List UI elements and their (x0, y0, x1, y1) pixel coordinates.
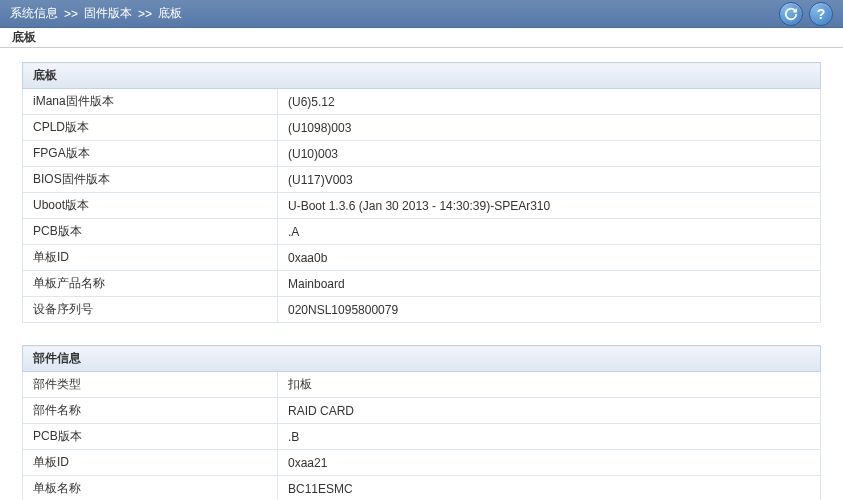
table-row: 单板ID 0xaa0b (23, 245, 821, 271)
breadcrumb: 系统信息 >> 固件版本 >> 底板 (10, 5, 182, 22)
table-row: 单板ID 0xaa21 (23, 450, 821, 476)
table-row: 部件类型 扣板 (23, 372, 821, 398)
breadcrumb-item-firmware[interactable]: 固件版本 (84, 5, 132, 22)
tab-baseboard[interactable]: 底板 (12, 29, 36, 46)
table-row: 部件名称 RAID CARD (23, 398, 821, 424)
table-row: BIOS固件版本 (U117)V003 (23, 167, 821, 193)
row-value: U-Boot 1.3.6 (Jan 30 2013 - 14:30:39)-SP… (278, 193, 821, 219)
row-value: 0xaa0b (278, 245, 821, 271)
breadcrumb-separator: >> (64, 7, 78, 21)
table-row: FPGA版本 (U10)003 (23, 141, 821, 167)
table-row: PCB版本 .A (23, 219, 821, 245)
row-label: 部件类型 (23, 372, 278, 398)
row-label: 部件名称 (23, 398, 278, 424)
row-value: .A (278, 219, 821, 245)
row-value: (U6)5.12 (278, 89, 821, 115)
content-area: 底板 iMana固件版本 (U6)5.12 CPLD版本 (U1098)003 … (0, 48, 843, 500)
table-row: 单板产品名称 Mainboard (23, 271, 821, 297)
row-value: 扣板 (278, 372, 821, 398)
baseboard-table: 底板 iMana固件版本 (U6)5.12 CPLD版本 (U1098)003 … (22, 62, 821, 323)
table-row: 单板名称 BC11ESMC (23, 476, 821, 501)
help-button[interactable]: ? (809, 2, 833, 26)
refresh-button[interactable] (779, 2, 803, 26)
row-label: CPLD版本 (23, 115, 278, 141)
table-row: CPLD版本 (U1098)003 (23, 115, 821, 141)
row-value: 020NSL1095800079 (278, 297, 821, 323)
row-label: 单板ID (23, 245, 278, 271)
table-row: PCB版本 .B (23, 424, 821, 450)
header-bar: 系统信息 >> 固件版本 >> 底板 ? (0, 0, 843, 28)
row-value: Mainboard (278, 271, 821, 297)
row-value: .B (278, 424, 821, 450)
table-header-baseboard: 底板 (23, 63, 821, 89)
row-label: PCB版本 (23, 219, 278, 245)
row-label: 单板ID (23, 450, 278, 476)
row-value: RAID CARD (278, 398, 821, 424)
header-icons: ? (779, 2, 833, 26)
row-label: Uboot版本 (23, 193, 278, 219)
row-value: (U117)V003 (278, 167, 821, 193)
breadcrumb-separator: >> (138, 7, 152, 21)
component-table: 部件信息 部件类型 扣板 部件名称 RAID CARD PCB版本 .B 单板I… (22, 345, 821, 500)
row-label: PCB版本 (23, 424, 278, 450)
breadcrumb-item-baseboard[interactable]: 底板 (158, 5, 182, 22)
table-row: iMana固件版本 (U6)5.12 (23, 89, 821, 115)
row-value: 0xaa21 (278, 450, 821, 476)
table-row: 设备序列号 020NSL1095800079 (23, 297, 821, 323)
row-label: 单板名称 (23, 476, 278, 501)
refresh-icon (784, 7, 798, 21)
row-value: BC11ESMC (278, 476, 821, 501)
row-label: iMana固件版本 (23, 89, 278, 115)
row-label: 单板产品名称 (23, 271, 278, 297)
table-row: Uboot版本 U-Boot 1.3.6 (Jan 30 2013 - 14:3… (23, 193, 821, 219)
help-icon: ? (817, 6, 826, 22)
breadcrumb-item-system[interactable]: 系统信息 (10, 5, 58, 22)
tab-bar: 底板 (0, 28, 843, 48)
row-label: BIOS固件版本 (23, 167, 278, 193)
row-label: 设备序列号 (23, 297, 278, 323)
table-header-component: 部件信息 (23, 346, 821, 372)
row-label: FPGA版本 (23, 141, 278, 167)
row-value: (U10)003 (278, 141, 821, 167)
row-value: (U1098)003 (278, 115, 821, 141)
